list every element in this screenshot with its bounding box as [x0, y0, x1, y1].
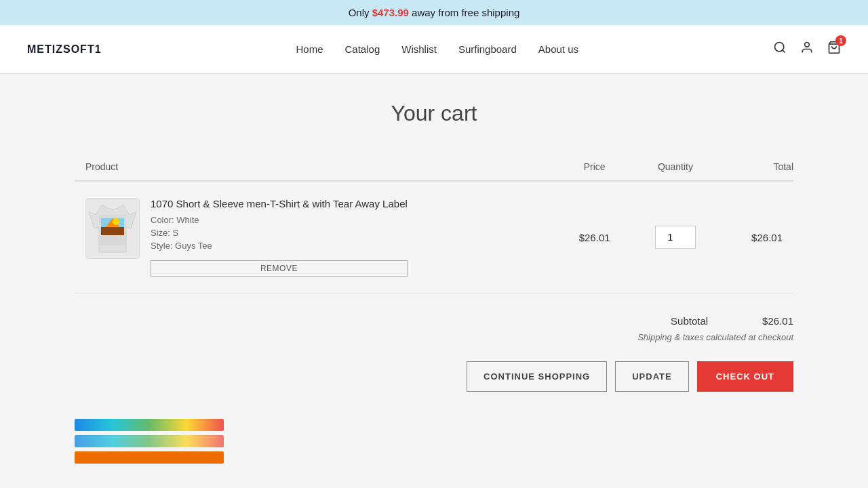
page-title: Your cart	[75, 101, 793, 126]
cart-icon[interactable]: 1	[827, 41, 841, 58]
main-content: Your cart Product Price Quantity Total	[61, 74, 807, 488]
col-total: Total	[719, 153, 793, 181]
product-cell: 1070 Short & Sleeve men-T-Shirt & with T…	[85, 198, 547, 277]
nav-about[interactable]: About us	[538, 43, 578, 55]
item-total: $26.01	[719, 181, 793, 293]
product-style: Style: Guys Tee	[151, 241, 408, 251]
subtotal-row: Subtotal $26.01	[671, 315, 793, 327]
product-name: 1070 Short & Sleeve men-T-Shirt & with T…	[151, 198, 408, 209]
banner-prefix: Only	[349, 7, 372, 18]
svg-point-0	[774, 43, 783, 52]
continue-shopping-button[interactable]: CONTINUE SHOPPING	[467, 361, 607, 392]
deco-bar-1	[75, 419, 224, 431]
remove-button[interactable]: REMOVE	[151, 260, 408, 277]
free-shipping-banner: Only $473.99 away from free shipping	[0, 0, 868, 25]
header-icons: 1	[773, 41, 841, 58]
cart-actions: CONTINUE SHOPPING UPDATE CHECK OUT	[467, 361, 793, 392]
item-price: $26.01	[557, 181, 631, 293]
product-size: Size: S	[151, 228, 408, 238]
banner-suffix: away from free shipping	[409, 7, 519, 18]
nav-wishlist[interactable]: Wishlist	[401, 43, 437, 55]
nav-home[interactable]: Home	[296, 43, 323, 55]
product-color: Color: White	[151, 215, 408, 225]
account-icon[interactable]	[800, 41, 814, 58]
svg-rect-6	[101, 227, 124, 235]
product-info: 1070 Short & Sleeve men-T-Shirt & with T…	[151, 198, 408, 277]
table-row: 1070 Short & Sleeve men-T-Shirt & with T…	[75, 181, 793, 293]
decorative-bars	[75, 419, 224, 464]
col-price: Price	[557, 153, 631, 181]
cart-summary: Subtotal $26.01 Shipping & taxes calcula…	[75, 315, 793, 392]
product-image	[85, 198, 140, 259]
update-button[interactable]: UPDATE	[615, 361, 688, 392]
item-quantity-cell	[631, 181, 719, 293]
nav-surfingboard[interactable]: Surfingboard	[458, 43, 517, 55]
col-quantity: Quantity	[631, 153, 719, 181]
subtotal-label: Subtotal	[671, 315, 708, 327]
svg-point-2	[805, 43, 810, 47]
checkout-button[interactable]: CHECK OUT	[697, 361, 793, 392]
banner-amount: $473.99	[372, 7, 409, 18]
cart-table: Product Price Quantity Total	[75, 153, 793, 293]
deco-bar-orange	[75, 451, 224, 464]
quantity-input[interactable]	[655, 226, 696, 249]
subtotal-value: $26.01	[762, 315, 793, 327]
col-product: Product	[75, 153, 557, 181]
deco-bar-2	[75, 435, 224, 447]
cart-badge: 1	[835, 35, 846, 46]
search-icon[interactable]	[773, 41, 787, 58]
svg-line-1	[783, 50, 785, 53]
site-logo: METIZSOFT1	[27, 43, 102, 56]
svg-point-8	[113, 218, 119, 225]
shipping-note: Shipping & taxes calculated at checkout	[637, 332, 793, 342]
nav-catalog[interactable]: Catalog	[345, 43, 380, 55]
main-nav: Home Catalog Wishlist Surfingboard About…	[296, 43, 579, 55]
site-header: METIZSOFT1 Home Catalog Wishlist Surfing…	[0, 25, 868, 74]
